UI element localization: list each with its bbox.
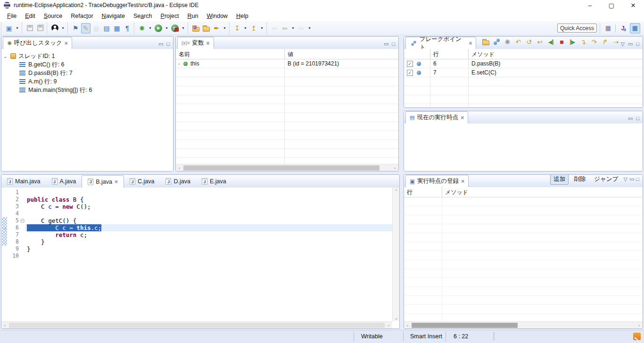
stack-frame[interactable]: A.m() 行: 9	[3, 77, 173, 86]
save-all-icon[interactable]	[35, 23, 45, 33]
highlight-marker-icon[interactable]: ✎	[81, 23, 91, 33]
registration-button-ジャンプ[interactable]: ジャンプ	[591, 174, 621, 185]
variables-tab[interactable]: (x)= 変数 ×	[177, 37, 214, 49]
menu-run[interactable]: Run	[183, 12, 202, 20]
close-icon[interactable]: ×	[461, 178, 464, 185]
open-perspective-button[interactable]: ▦	[603, 23, 613, 33]
import-trace-icon[interactable]	[191, 23, 200, 33]
dropdown-icon[interactable]: ▾	[15, 23, 20, 33]
reverse-step-into-icon[interactable]: ↶	[513, 37, 523, 47]
editor-body[interactable]: → 12345678910 − public class B { C c = n…	[1, 188, 392, 321]
line-number-ruler[interactable]: 12345678910	[8, 189, 19, 260]
dropdown-icon[interactable]: ▾	[259, 23, 264, 33]
code-line-1[interactable]	[25, 189, 392, 196]
save-icon[interactable]	[25, 23, 34, 33]
minimize-view-icon[interactable]: ▭	[384, 41, 388, 47]
view-menu-icon[interactable]: ▽	[620, 41, 624, 47]
stack-frame[interactable]: B.getC() 行: 6	[3, 60, 173, 69]
minimize-view-icon[interactable]: ▭	[628, 116, 633, 121]
column-line[interactable]: 行	[404, 187, 442, 197]
minimize-view-icon[interactable]: ▭	[629, 177, 634, 182]
scroll-right-icon[interactable]: ›	[385, 322, 392, 329]
maximize-view-icon[interactable]: □	[636, 116, 639, 121]
run-to-line-icon[interactable]: ⇢	[611, 37, 620, 47]
menu-file[interactable]: File	[3, 12, 21, 20]
maximize-view-icon[interactable]: □	[392, 41, 395, 47]
step-over-icon[interactable]: ↷	[589, 37, 599, 47]
close-icon[interactable]: ×	[206, 40, 210, 47]
current-point-tab[interactable]: ▤ 現在の実行時点 ×	[405, 111, 468, 123]
registration-tab[interactable]: ▣ 実行時点の登録 ×	[405, 175, 469, 187]
maximize-view-icon[interactable]: □	[636, 41, 639, 47]
menu-search[interactable]: Search	[129, 12, 157, 20]
code-line-4[interactable]	[25, 210, 392, 217]
scroll-up-icon[interactable]: ⌃	[393, 188, 400, 195]
scroll-thumb[interactable]	[412, 323, 518, 328]
editor-tab-C.java[interactable]: JC.java	[124, 175, 160, 188]
fold-marker[interactable]: −	[20, 217, 25, 224]
menu-edit[interactable]: Edit	[21, 12, 40, 20]
reverse-step-over-icon[interactable]: ↺	[524, 37, 534, 47]
line-number[interactable]: 10	[8, 253, 19, 260]
line-number[interactable]: 4	[8, 210, 19, 217]
folding-ruler[interactable]: −	[20, 189, 25, 260]
dropdown-icon[interactable]: ▾	[181, 23, 186, 33]
scroll-down-icon[interactable]: ⌄	[393, 314, 400, 321]
close-icon[interactable]: ×	[469, 40, 472, 47]
show-view-doc-icon[interactable]: ▦	[112, 23, 122, 33]
column-line[interactable]: 行	[430, 49, 468, 59]
column-method[interactable]: メソッド	[469, 49, 495, 59]
stack-frame[interactable]: Main.main(String[]) 行: 6	[3, 86, 173, 94]
step-into-icon[interactable]: ↴	[578, 37, 588, 47]
editor-vscrollbar[interactable]: ⌃ ⌄	[392, 188, 399, 321]
thread-node[interactable]: ⌄スレッドID: 1	[3, 52, 173, 60]
dropdown-icon[interactable]: ▾	[222, 23, 227, 33]
stack-frame[interactable]: D.passB(B) 行: 7	[3, 69, 173, 77]
menu-project[interactable]: Project	[157, 12, 183, 20]
code-line-9[interactable]: }	[25, 245, 392, 253]
menu-source[interactable]: Source	[40, 12, 67, 20]
breakpoint-row[interactable]: ✓7E.setC(C)	[404, 68, 643, 77]
code-line-3[interactable]: C c = new C();	[25, 203, 392, 210]
code-line-6[interactable]: C c = this.c;	[25, 224, 392, 231]
line-number[interactable]: 9	[8, 245, 19, 253]
code-line-7[interactable]: return c;	[25, 231, 392, 238]
forward-icon[interactable]: ⇨	[297, 23, 306, 33]
close-window-icon[interactable]: ✕	[622, 0, 644, 10]
view-menu-icon[interactable]: ▽	[623, 177, 627, 182]
news-feed-icon[interactable]	[633, 333, 641, 340]
editor-tab-Main.java[interactable]: JMain.java	[1, 175, 46, 188]
menu-refactor[interactable]: Refactor	[66, 12, 97, 20]
maximize-window-icon[interactable]: ▢	[601, 0, 622, 10]
line-number[interactable]: 6	[8, 224, 19, 231]
line-number[interactable]: 2	[8, 196, 19, 203]
variables-hscrollbar[interactable]: ‹ ›	[176, 164, 398, 171]
registration-button-削除[interactable]: 削除	[570, 174, 589, 185]
skip-all-breakpoints-icon[interactable]: ✺	[503, 37, 512, 47]
dropdown-icon[interactable]: ▾	[290, 23, 296, 33]
minimize-view-icon[interactable]: ▭	[158, 41, 163, 47]
open-folder-icon[interactable]	[481, 37, 490, 47]
editor-hscrollbar[interactable]: ‹ ›	[1, 321, 392, 328]
line-number[interactable]: 3	[8, 203, 19, 210]
resume-backward-icon[interactable]: ◀	[546, 37, 555, 47]
breakpoints-tab[interactable]: ブレークポイント ×	[405, 37, 476, 49]
show-whitespace-icon[interactable]: ¶	[123, 23, 132, 33]
breakpoint-checkbox[interactable]: ✓	[407, 61, 413, 67]
run-external-icon[interactable]	[170, 23, 180, 33]
open-folder-icon[interactable]	[201, 23, 211, 33]
dropdown-icon[interactable]: ▾	[307, 23, 312, 33]
line-number[interactable]: 7	[8, 231, 19, 238]
scroll-left-icon[interactable]: ‹	[404, 322, 411, 329]
mark-occurrences-icon[interactable]: ◎	[91, 23, 101, 33]
open-type-icon[interactable]: ▤	[102, 23, 111, 33]
trace-flag-icon[interactable]: ⚑	[71, 23, 80, 33]
dropdown-icon[interactable]: ▾	[148, 23, 153, 33]
registration-button-追加[interactable]: 追加	[550, 174, 569, 185]
line-number[interactable]: 1	[8, 189, 19, 196]
close-icon[interactable]: ×	[65, 40, 68, 47]
column-name[interactable]: 名前	[176, 49, 284, 59]
menu-window[interactable]: Window	[202, 12, 231, 20]
annotation-ruler[interactable]: →	[1, 188, 8, 321]
code-line-10[interactable]	[25, 253, 392, 260]
